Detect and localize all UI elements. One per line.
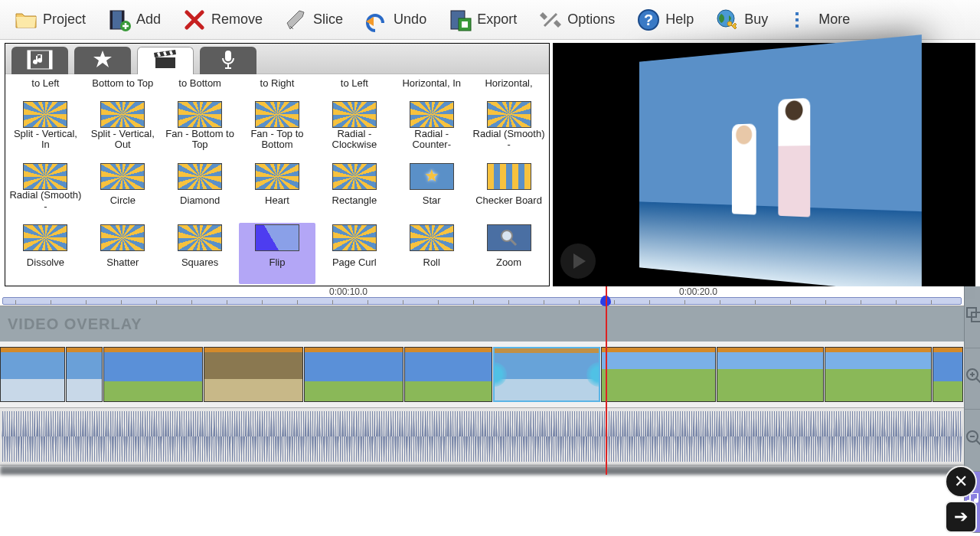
effect-item[interactable]: Diamond	[162, 162, 239, 223]
tool-overlay[interactable]	[965, 286, 980, 348]
effect-label: Split - Vertical, Out	[86, 128, 160, 151]
effect-item[interactable]: to Bottom	[162, 76, 239, 100]
effect-item[interactable]: Radial (Smooth) -	[7, 162, 84, 223]
effect-item[interactable]: to Right	[239, 76, 316, 100]
options-button[interactable]: Options	[528, 3, 626, 37]
video-clip[interactable]	[601, 347, 716, 402]
close-button[interactable]: ✕	[945, 466, 977, 498]
clip-handle-right[interactable]	[586, 362, 600, 387]
undo-icon	[364, 8, 389, 32]
effect-item[interactable]: Horizontal, In	[393, 76, 470, 100]
effect-item[interactable]: Rectangle	[315, 162, 393, 223]
add-button[interactable]: Add	[96, 3, 172, 37]
video-clip[interactable]	[66, 347, 103, 402]
effect-label: to Right	[240, 77, 315, 90]
effect-thumb	[178, 163, 222, 190]
effect-item[interactable]: Radial - Clockwise	[315, 100, 393, 161]
more-button[interactable]: More	[779, 3, 861, 37]
effect-label: to Left	[317, 77, 391, 90]
tab-music[interactable]	[11, 47, 68, 74]
effect-label: Bottom to Top	[86, 77, 160, 90]
effect-item[interactable]: Bottom to Top	[84, 76, 162, 100]
time-tick: 0:00:20.0	[679, 286, 717, 297]
effect-item[interactable]: Dissolve	[7, 223, 84, 284]
effect-label: Horizontal,	[472, 77, 546, 90]
effect-label: Zoom	[472, 251, 546, 274]
main-toolbar: ProjectAddRemoveSliceUndoExportOptions?H…	[0, 0, 980, 40]
clip-thumbnail	[405, 352, 492, 401]
effect-item[interactable]: Page Curl	[315, 223, 393, 284]
toolbar-label: More	[818, 11, 850, 28]
video-clip[interactable]	[103, 347, 203, 402]
time-ruler[interactable]: 0:00:10.00:00:20.0	[0, 286, 964, 306]
effect-item[interactable]: Flip	[239, 223, 316, 284]
next-button[interactable]: ➔	[945, 501, 977, 533]
effect-item[interactable]: to Left	[7, 76, 84, 100]
video-clip[interactable]	[493, 347, 600, 402]
play-button[interactable]	[560, 243, 596, 279]
video-clip[interactable]	[825, 347, 932, 402]
tab-transitions[interactable]	[137, 47, 194, 74]
slice-button[interactable]: Slice	[273, 3, 354, 37]
tab-favorite[interactable]	[74, 47, 131, 74]
effect-item[interactable]: ★Star	[393, 162, 470, 223]
effect-thumb	[255, 163, 299, 190]
export-icon	[448, 8, 472, 32]
video-clip[interactable]	[933, 347, 963, 402]
clip-thumbnail	[305, 352, 403, 401]
project-button[interactable]: Project	[3, 3, 96, 37]
export-button[interactable]: Export	[437, 3, 528, 37]
effect-thumb	[178, 224, 222, 251]
effect-item[interactable]: Heart	[239, 162, 316, 223]
svg-text:?: ?	[644, 11, 653, 28]
playhead[interactable]	[606, 286, 607, 475]
video-clip[interactable]	[404, 347, 492, 402]
effect-item[interactable]: Circle	[84, 162, 162, 223]
effect-label: Horizontal, In	[394, 77, 469, 90]
effect-item[interactable]: Horizontal,	[470, 76, 547, 100]
effect-item[interactable]: Zoom	[470, 223, 547, 284]
help-button[interactable]: ?Help	[626, 3, 704, 37]
effect-thumb	[487, 224, 531, 251]
clip-handle-left[interactable]	[493, 362, 507, 387]
effect-item[interactable]: Fan - Bottom to Top	[162, 100, 239, 161]
effect-thumb	[178, 101, 222, 128]
effect-label: Shatter	[86, 251, 160, 274]
audio-track[interactable]	[0, 407, 964, 466]
effect-item[interactable]: Checker Board	[470, 162, 547, 223]
effect-label: Diamond	[163, 190, 237, 213]
effect-item[interactable]: Radial (Smooth) -	[470, 100, 547, 161]
buy-button[interactable]: Buy	[704, 3, 779, 37]
remove-button[interactable]: Remove	[172, 3, 273, 37]
video-clip[interactable]	[204, 347, 303, 402]
video-track[interactable]	[0, 342, 964, 407]
effect-label: Checker Board	[472, 190, 546, 213]
effect-thumb	[255, 224, 299, 251]
tool-zoom-in[interactable]	[965, 348, 980, 410]
effect-item[interactable]: Split - Vertical, Out	[84, 100, 162, 161]
panel-tabs	[5, 44, 549, 74]
overlay-track[interactable]: VIDEO OVERLAY	[0, 306, 964, 342]
effect-label: Fan - Top to Bottom	[240, 128, 315, 151]
folder-icon	[14, 8, 38, 32]
video-clip[interactable]	[0, 347, 65, 402]
undo-button[interactable]: Undo	[354, 3, 437, 37]
effect-item[interactable]: Shatter	[84, 223, 162, 284]
effect-label: Radial - Clockwise	[317, 128, 391, 151]
effect-item[interactable]: Roll	[393, 223, 470, 284]
effect-item[interactable]: to Left	[315, 76, 393, 100]
effect-label: Circle	[86, 190, 160, 213]
scrub-bar[interactable]	[2, 297, 962, 305]
tool-zoom-out[interactable]	[965, 410, 980, 472]
tab-voice[interactable]	[200, 47, 256, 74]
video-clip[interactable]	[717, 347, 824, 402]
overlay-title: VIDEO OVERLAY	[8, 315, 142, 333]
effect-thumb	[23, 101, 67, 128]
main-area: to LeftBottom to Topto Bottomto Rightto …	[0, 40, 980, 286]
video-clip[interactable]	[304, 347, 403, 402]
effects-grid: to LeftBottom to Topto Bottomto Rightto …	[5, 74, 549, 286]
effect-item[interactable]: Radial - Counter-	[393, 100, 470, 161]
effect-item[interactable]: Squares	[162, 223, 239, 284]
effect-item[interactable]: Split - Vertical, In	[7, 100, 84, 161]
effect-item[interactable]: Fan - Top to Bottom	[239, 100, 316, 161]
